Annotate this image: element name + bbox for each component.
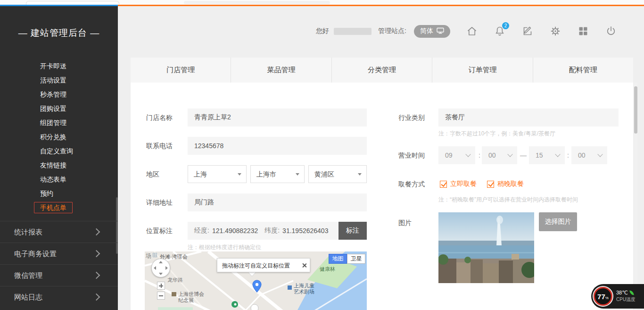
tab-category-management[interactable]: 分类管理 — [332, 58, 432, 83]
browser-address-bar[interactable] — [184, 1, 330, 4]
district-select[interactable]: 黄浦区 — [308, 165, 367, 183]
cpu-percent: 77 — [597, 293, 605, 301]
close-minute-select[interactable]: 00 — [571, 146, 607, 164]
sidebar-item-reservation[interactable]: 预约 — [0, 186, 118, 201]
sidebar-section-statistics[interactable]: 统计报表 — [0, 221, 118, 243]
sidebar-item-points-exchange[interactable]: 积分兑换 — [0, 130, 118, 144]
location-note: 注：根据经纬度进行精确定位 — [188, 243, 261, 251]
chevron-right-icon — [93, 293, 100, 301]
map-pan-control[interactable] — [151, 259, 170, 277]
choose-image-button[interactable]: 选择图片 — [539, 212, 577, 231]
map-marker[interactable] — [252, 280, 262, 295]
close-hour-select[interactable]: 15 — [529, 146, 565, 164]
longitude-value: 121.490882232 — [212, 227, 258, 235]
address-input[interactable] — [188, 193, 367, 211]
sidebar-item-label: 团购设置 — [40, 105, 66, 112]
chevron-right-icon — [93, 228, 100, 236]
time-range-dash: — — [518, 146, 529, 164]
open-minute-value: 00 — [488, 151, 496, 159]
pan-right-icon[interactable] — [165, 266, 168, 270]
sidebar-item-group-buy[interactable]: 团购设置 — [0, 101, 118, 116]
store-name-input[interactable] — [188, 109, 367, 126]
masked-username — [334, 28, 372, 35]
tab-ingredient-management[interactable]: 配料管理 — [533, 58, 633, 83]
sidebar-item-label: 友情链接 — [40, 161, 66, 169]
module-tabs: 门店管理 菜品管理 分类管理 订单管理 配料管理 — [131, 58, 633, 83]
sidebar-item-mobile-ordering[interactable]: 手机点单 — [0, 201, 118, 215]
sidebar-item-label: 活动设置 — [40, 76, 66, 84]
pan-up-icon[interactable] — [159, 261, 163, 263]
manage-site-label: 管理站点: — [378, 27, 406, 35]
sidebar-item-card-gift[interactable]: 开卡即送 — [0, 59, 118, 73]
tab-dish-management[interactable]: 菜品管理 — [231, 58, 331, 83]
sidebar-section-ecommerce[interactable]: 电子商务设置 — [0, 243, 118, 264]
cpu-monitor-widget[interactable]: 77 % 38℃ CPU温度 — [591, 284, 644, 309]
store-photo — [438, 212, 534, 283]
sidebar-item-label: 手机点单 — [34, 202, 73, 213]
monitor-icon — [437, 27, 444, 35]
grid-apps-icon[interactable] — [578, 25, 589, 37]
province-select[interactable]: 上海 — [188, 165, 247, 183]
pickup-now-label: 立即取餐 — [450, 180, 477, 188]
bell-icon[interactable]: 2 — [494, 25, 505, 37]
sidebar-section-wechat[interactable]: 微信管理 — [0, 264, 118, 286]
open-minute-select[interactable]: 00 — [482, 146, 517, 164]
map-canvas[interactable]: 场 外滩·湾璟会 拖动标注可自定义目标位置 龙华路 上海世博会 纪念展 — [145, 251, 367, 310]
mark-location-button[interactable]: 标注 — [339, 222, 367, 240]
sidebar-item-label: 组团管理 — [40, 119, 66, 126]
tab-store-management[interactable]: 门店管理 — [131, 58, 231, 83]
image-label: 图片 — [398, 218, 412, 236]
sidebar-item-label: 自定义查询 — [40, 147, 73, 155]
latitude-value: 31.1952626403 — [282, 227, 328, 235]
time-colon: : — [477, 146, 482, 164]
pickup-now-checkbox[interactable] — [440, 181, 447, 188]
language-button[interactable]: 简体 — [414, 25, 450, 38]
province-value: 上海 — [194, 170, 207, 178]
district-value: 黄浦区 — [314, 170, 334, 178]
cpu-usage-gauge: 77 % — [594, 287, 612, 306]
zoom-out-button[interactable] — [157, 292, 165, 300]
close-icon[interactable] — [302, 263, 307, 268]
cpu-temperature: 38℃ — [616, 290, 628, 296]
tab-order-management[interactable]: 订单管理 — [432, 58, 533, 83]
sidebar-item-label: 开卡即送 — [40, 62, 66, 70]
home-icon[interactable] — [466, 25, 478, 37]
sidebar-item-friend-links[interactable]: 友情链接 — [0, 158, 118, 172]
power-icon[interactable] — [605, 25, 617, 37]
phone-input[interactable] — [188, 137, 367, 155]
sidebar-item-custom-query[interactable]: 自定义查询 — [0, 144, 118, 158]
sidebar-item-label: 预约 — [40, 190, 53, 197]
caret-down-icon — [238, 173, 241, 176]
chevron-right-icon — [93, 250, 100, 258]
edit-icon[interactable] — [522, 25, 533, 37]
zoom-in-button[interactable] — [157, 282, 165, 290]
chevron-down-icon — [507, 151, 512, 157]
map-expo-label-line2: 纪念展 — [178, 297, 194, 303]
scrollbar-thumb[interactable] — [634, 86, 637, 134]
industry-label: 行业类别 — [398, 109, 425, 126]
sidebar-item-team-group[interactable]: 组团管理 — [0, 116, 118, 130]
section-label: 微信管理 — [14, 271, 42, 279]
close-hour-value: 15 — [536, 151, 543, 159]
sidebar-item-flash-sale[interactable]: 秒杀管理 — [0, 87, 118, 101]
industry-input[interactable] — [438, 109, 619, 126]
gear-icon[interactable] — [550, 25, 561, 37]
city-value: 上海市 — [256, 170, 276, 178]
map-expo-label-line1: 上海世博会 — [178, 291, 204, 297]
satellite-type-button[interactable]: 卫星 — [347, 254, 365, 264]
language-label: 简体 — [420, 27, 433, 35]
cpu-percent-sign: % — [605, 296, 609, 300]
sidebar-item-activity-settings[interactable]: 活动设置 — [0, 73, 118, 87]
pan-down-icon[interactable] — [159, 273, 163, 275]
address-label: 详细地址 — [146, 193, 173, 211]
pickup-note: 注：“稍晚取餐”用户可以选择在营业时间内选择取餐时间 — [438, 196, 578, 204]
pickup-later-checkbox[interactable] — [487, 181, 494, 188]
pan-left-icon[interactable] — [154, 266, 156, 270]
open-hour-value: 09 — [445, 151, 453, 159]
sidebar-section-site-logs[interactable]: 网站日志 — [0, 286, 118, 308]
city-select[interactable]: 上海市 — [250, 165, 305, 183]
map-type-button[interactable]: 地图 — [329, 254, 347, 264]
store-form-card: 门店名称 联系电话 地区 上海 上海市 黄浦区 详细地址 位置标注 经度: 12… — [131, 83, 633, 310]
open-hour-select[interactable]: 09 — [438, 146, 475, 164]
sidebar-item-dynamic-forms[interactable]: 动态表单 — [0, 172, 118, 186]
